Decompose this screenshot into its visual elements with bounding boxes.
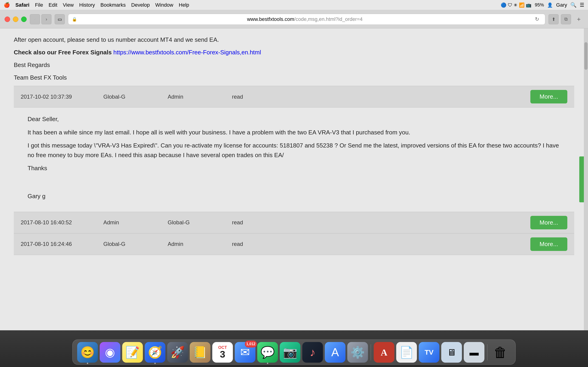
dock-icon-safari[interactable]: 🧭 [145, 342, 165, 363]
address-bar[interactable]: 🔒 www.bestfxtools.com/code,msg,en.html?i… [68, 14, 545, 25]
message-status-2: read [232, 219, 278, 226]
dock-icon-appstore[interactable]: A [325, 342, 346, 363]
dock-icon-messages[interactable]: 💬 [257, 342, 278, 363]
menu-window[interactable]: Window [155, 2, 173, 8]
message-date-2: 2017-08-10 16:40:52 [21, 219, 103, 226]
regards-text: Best Regards [14, 60, 574, 69]
intro-text: After open account, please send to us nu… [14, 35, 574, 44]
apple-menu[interactable]: 🍎 [4, 2, 10, 8]
scrollbar-thumb[interactable] [584, 42, 588, 70]
message-date-1: 2017-10-02 10:37:39 [21, 94, 103, 100]
table-row-3: 2017-08-10 16:24:46 Global-G Admin read … [14, 234, 574, 255]
more-action-3[interactable]: More... [530, 237, 567, 251]
check-text: Check also our Free Forex Signals https:… [14, 48, 574, 57]
traffic-lights [5, 17, 27, 22]
menu-safari[interactable]: Safari [15, 2, 29, 8]
dock-icon-facetime[interactable]: 📷 [280, 342, 300, 363]
message-body-content: Dear Seller, It has been a while since m… [14, 108, 574, 212]
close-button[interactable] [5, 17, 10, 22]
maximize-button[interactable] [21, 17, 27, 22]
dock-container: 😊 ◉ 📝 🧭 🚀 📒 OCT 3 ✉ 1,012 💬 [72, 340, 516, 365]
sidebar-button[interactable]: ▭ [55, 14, 65, 24]
message-from-1: Global-G [103, 94, 168, 100]
user-icon: 👤 [547, 2, 553, 8]
message-status-3: read [232, 241, 278, 247]
check-bold: Check also our Free Forex Signals [14, 49, 112, 56]
dock-icon-rocket[interactable]: 🚀 [167, 342, 188, 363]
more-button-1[interactable]: More... [530, 90, 567, 103]
message-line-3: I got this message today \"VRA-V3 Has Ex… [27, 141, 561, 160]
more-button-3[interactable]: More... [530, 237, 567, 251]
minimize-button[interactable] [13, 17, 18, 22]
share-button[interactable]: ⬆ [548, 14, 559, 24]
url-domain: www.bestfxtools.com [247, 16, 294, 22]
menu-help[interactable]: Help [179, 2, 189, 8]
reload-button[interactable]: ↻ [533, 15, 541, 24]
username: Gary [556, 2, 567, 8]
control-center-icon[interactable]: ☰ [580, 2, 584, 8]
dock-separator [371, 344, 371, 360]
mail-badge: 1,012 [245, 341, 257, 348]
more-action-1[interactable]: More... [530, 90, 567, 103]
message-signature: Gary g [27, 192, 561, 201]
new-tab-button[interactable]: + [574, 15, 583, 24]
dock-icon-notes[interactable]: 📝 [122, 342, 143, 363]
battery-indicator: 95% [535, 2, 544, 8]
dock-icon-editor[interactable]: 📄 [396, 342, 417, 363]
scrollbar[interactable] [584, 28, 588, 330]
page-content: After open account, please send to us nu… [0, 28, 588, 330]
message-line-1: Dear Seller, [27, 115, 561, 124]
browser-chrome: ‹ › ▭ 🔒 www.bestfxtools.com/code,msg,en.… [0, 10, 588, 28]
dock-icon-finder[interactable]: 😊 [77, 342, 98, 363]
menu-develop[interactable]: Develop [131, 2, 150, 8]
message-to-1: Admin [168, 94, 232, 100]
dock-icon-window-app-2[interactable]: ▬ [464, 342, 484, 363]
lock-icon: 🔒 [72, 17, 77, 22]
green-bar-indicator [579, 156, 584, 202]
forward-button[interactable]: › [41, 14, 52, 24]
message-line-4: Thanks [27, 164, 561, 173]
message-line-2: It has been a while since my last email.… [27, 128, 561, 137]
dock-icon-system-prefs[interactable]: ⚙️ [347, 342, 368, 363]
menu-bar: 🍎 Safari File Edit View History Bookmark… [0, 0, 588, 10]
dock-icon-siri[interactable]: ◉ [100, 342, 120, 363]
dock-separator-2 [487, 344, 487, 360]
team-text: Team Best FX Tools [14, 73, 574, 82]
message-status-1: read [232, 94, 278, 100]
dock-icon-window-app-1[interactable]: 🖥 [441, 342, 462, 363]
menu-history[interactable]: History [79, 2, 95, 8]
message-to-3: Admin [168, 241, 232, 247]
message-from-2: Admin [103, 219, 168, 226]
dock-icon-teamviewer[interactable]: TV [419, 342, 439, 363]
message-date-3: 2017-08-10 16:24:46 [21, 241, 103, 247]
dock-icon-trash[interactable]: 🗑 [490, 342, 511, 363]
back-button[interactable]: ‹ [30, 14, 40, 24]
search-icon[interactable]: 🔍 [570, 2, 577, 8]
status-icons: 🔵 🛡 ✳ 📶 📺 [501, 2, 531, 8]
menu-view[interactable]: View [63, 2, 74, 8]
url-text: www.bestfxtools.com/code,msg,en.html?id_… [79, 16, 530, 22]
message-to-2: Global-G [168, 219, 232, 226]
dock-icon-acrobat[interactable]: A [374, 342, 394, 363]
divider-5 [14, 255, 574, 255]
dock: 😊 ◉ 📝 🧭 🚀 📒 OCT 3 ✉ 1,012 💬 [0, 330, 588, 367]
message-from-3: Global-G [103, 241, 168, 247]
table-row-2: 2017-08-10 16:40:52 Admin Global-G read … [14, 212, 574, 233]
check-url[interactable]: https://www.bestfxtools.com/Free-Forex-S… [113, 49, 261, 56]
table-row: 2017-10-02 10:37:39 Global-G Admin read … [14, 86, 574, 107]
dock-icon-music[interactable]: ♪ [302, 342, 323, 363]
tab-overview-button[interactable]: ⧉ [561, 14, 571, 24]
menu-bookmarks[interactable]: Bookmarks [100, 2, 126, 8]
url-path: /code,msg,en.html?id_order=4 [294, 16, 363, 22]
menu-file[interactable]: File [35, 2, 43, 8]
dock-icon-calendar[interactable]: OCT 3 [212, 342, 233, 363]
browser-content: After open account, please send to us nu… [0, 28, 588, 330]
dock-icon-mail[interactable]: ✉ 1,012 [235, 342, 255, 363]
calendar-day: 3 [220, 350, 225, 359]
dock-icon-contacts[interactable]: 📒 [190, 342, 210, 363]
menu-edit[interactable]: Edit [49, 2, 57, 8]
more-action-2[interactable]: More... [530, 216, 567, 229]
more-button-2[interactable]: More... [530, 216, 567, 229]
